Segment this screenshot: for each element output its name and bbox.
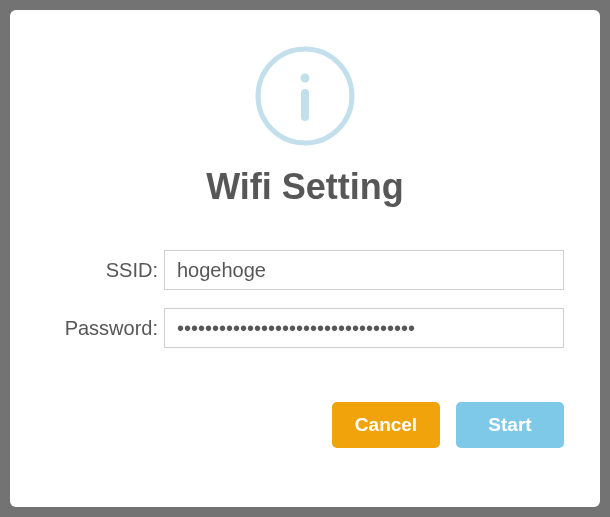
password-row: Password: xyxy=(46,308,564,348)
ssid-input[interactable] xyxy=(164,250,564,290)
modal-title: Wifi Setting xyxy=(206,166,404,208)
password-input[interactable] xyxy=(164,308,564,348)
cancel-button[interactable]: Cancel xyxy=(332,402,440,448)
wifi-form: SSID: Password: xyxy=(46,250,564,366)
wifi-setting-modal: Wifi Setting SSID: Password: Cancel Star… xyxy=(10,10,600,507)
ssid-label: SSID: xyxy=(46,259,164,282)
ssid-row: SSID: xyxy=(46,250,564,290)
svg-point-1 xyxy=(301,74,310,83)
info-icon xyxy=(253,44,357,148)
button-row: Cancel Start xyxy=(46,402,564,448)
svg-rect-2 xyxy=(301,89,309,121)
password-label: Password: xyxy=(46,317,164,340)
start-button[interactable]: Start xyxy=(456,402,564,448)
